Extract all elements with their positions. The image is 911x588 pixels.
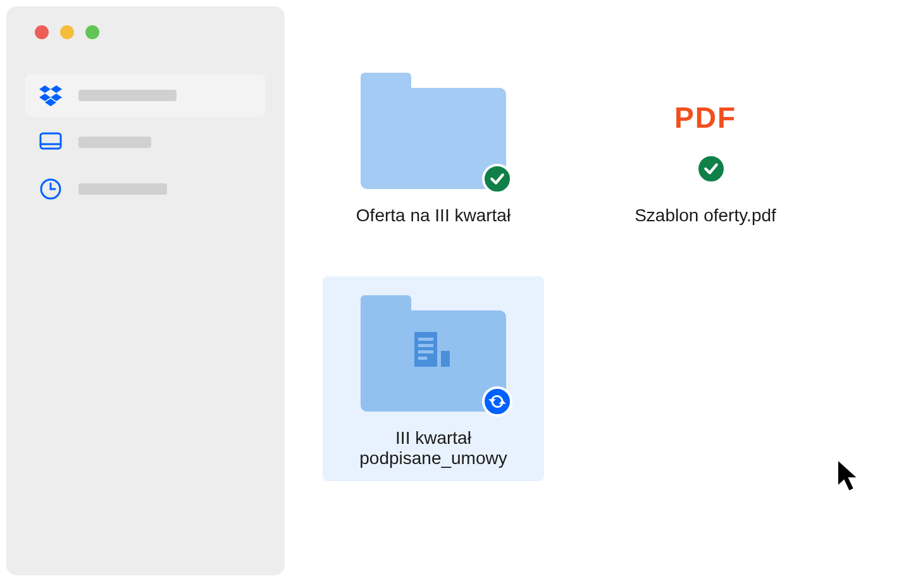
item-label: Szablon oferty.pdf bbox=[635, 205, 776, 226]
svg-rect-0 bbox=[40, 133, 61, 149]
close-window-button[interactable] bbox=[35, 25, 49, 39]
folder-item[interactable]: Oferta na III kwartał bbox=[323, 54, 544, 238]
desktop-icon bbox=[38, 130, 63, 155]
pdf-icon: PDF bbox=[626, 66, 784, 193]
folder-item-selected[interactable]: III kwartał podpisane_umowy bbox=[323, 276, 544, 481]
dropbox-icon bbox=[38, 83, 63, 108]
document-stack-icon bbox=[408, 329, 459, 376]
svg-rect-7 bbox=[418, 344, 433, 347]
sidebar-item-dropbox[interactable] bbox=[25, 74, 266, 117]
folder-icon bbox=[354, 66, 512, 193]
file-grid: Oferta na III kwartał PDF Szablon oferty… bbox=[323, 54, 873, 481]
item-label: III kwartał podpisane_umowy bbox=[326, 428, 541, 469]
sidebar-item-recents[interactable] bbox=[25, 168, 266, 211]
syncing-badge-icon bbox=[482, 386, 512, 417]
svg-rect-9 bbox=[418, 357, 427, 360]
item-label: Oferta na III kwartał bbox=[356, 205, 511, 226]
sidebar bbox=[6, 6, 285, 575]
sidebar-item-label-placeholder bbox=[78, 183, 167, 195]
folder-docs-icon bbox=[354, 289, 512, 415]
sidebar-item-desktop[interactable] bbox=[25, 121, 266, 164]
main-content: Oferta na III kwartał PDF Szablon oferty… bbox=[285, 0, 911, 588]
minimize-window-button[interactable] bbox=[60, 25, 74, 39]
pdf-file-item[interactable]: PDF Szablon oferty.pdf bbox=[595, 54, 816, 238]
sidebar-item-label-placeholder bbox=[78, 137, 151, 148]
svg-rect-5 bbox=[414, 332, 437, 367]
window-controls bbox=[35, 25, 266, 39]
synced-badge-icon bbox=[482, 164, 512, 194]
maximize-window-button[interactable] bbox=[85, 25, 99, 39]
synced-badge-icon bbox=[696, 154, 726, 184]
svg-rect-10 bbox=[441, 351, 450, 367]
svg-rect-8 bbox=[418, 350, 433, 353]
clock-icon bbox=[38, 176, 63, 202]
pdf-badge-text: PDF bbox=[674, 101, 736, 135]
svg-rect-6 bbox=[418, 338, 433, 341]
sidebar-item-label-placeholder bbox=[78, 90, 177, 101]
